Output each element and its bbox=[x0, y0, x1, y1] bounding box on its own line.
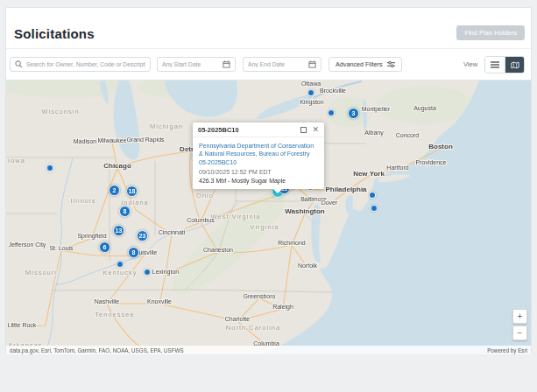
map-attribution: data.pa.gov, Esri, TomTom, Garmin, FAO, … bbox=[6, 346, 531, 354]
list-view-icon bbox=[491, 61, 499, 68]
view-toggle bbox=[484, 56, 525, 74]
popup-header: 05-2025BC10 ✕ bbox=[193, 122, 324, 137]
cluster-marker[interactable]: 6 bbox=[99, 242, 110, 253]
popup-title: 05-2025BC10 bbox=[198, 126, 300, 134]
zoom-out-button[interactable]: − bbox=[512, 326, 527, 340]
solicitations-page: { "page": { "title": "Solicitations" }, … bbox=[0, 0, 537, 392]
end-date-input[interactable] bbox=[248, 61, 305, 67]
zoom-control: + − bbox=[512, 309, 527, 340]
location-marker[interactable] bbox=[369, 192, 376, 199]
calendar-icon bbox=[308, 60, 316, 68]
cluster-marker[interactable]: 13 bbox=[113, 225, 124, 236]
map[interactable]: WisconsinMichiganIowaIllinoisIndianaOhio… bbox=[6, 80, 531, 354]
page-title: Solicitations bbox=[14, 26, 95, 41]
cluster-marker[interactable]: 23 bbox=[137, 230, 148, 242]
map-view-button[interactable] bbox=[505, 57, 524, 73]
cluster-marker[interactable]: 3 bbox=[348, 108, 359, 119]
marker-layer: 2188132368113 bbox=[6, 80, 531, 354]
solicitation-owner: Pennsylvania Department of Conservation … bbox=[199, 142, 318, 158]
popup-tail bbox=[273, 189, 282, 193]
solicitation-description: 426.3 Mbf - Mostly Sugar Maple bbox=[199, 178, 318, 184]
find-plan-holders-button[interactable]: Find Plan Holders bbox=[456, 25, 525, 40]
cluster-marker[interactable]: 8 bbox=[128, 247, 139, 258]
location-marker[interactable] bbox=[307, 89, 314, 96]
cluster-marker[interactable]: 8 bbox=[119, 206, 131, 217]
solicitations-panel: Solicitations Find Plan Holders Advanced… bbox=[5, 7, 532, 354]
search-input[interactable] bbox=[26, 61, 145, 67]
dock-icon[interactable] bbox=[300, 127, 307, 133]
app-header: Solicitations Find Plan Holders bbox=[6, 8, 531, 49]
calendar-icon bbox=[223, 60, 230, 68]
attribution-sources: data.pa.gov, Esri, TomTom, Garmin, FAO, … bbox=[10, 347, 184, 354]
start-date-input[interactable] bbox=[162, 61, 219, 67]
advanced-filters-label: Advanced Filters bbox=[336, 60, 383, 68]
solicitation-popup: 05-2025BC10 ✕ Pennsylvania Department of… bbox=[193, 122, 324, 189]
location-marker[interactable] bbox=[117, 261, 124, 268]
solicitation-timestamp: 09/10/2025 12:52 PM EDT bbox=[199, 169, 318, 175]
toolbar: Advanced Filters View bbox=[6, 49, 531, 80]
start-date-field[interactable] bbox=[157, 57, 236, 72]
location-marker[interactable] bbox=[46, 164, 53, 172]
filter-sliders-icon bbox=[387, 60, 395, 68]
location-marker[interactable] bbox=[371, 205, 378, 212]
advanced-filters-button[interactable]: Advanced Filters bbox=[329, 57, 402, 72]
search-icon bbox=[15, 60, 23, 68]
end-date-field[interactable] bbox=[243, 57, 321, 72]
search-field[interactable] bbox=[10, 57, 151, 72]
solicitation-link[interactable]: Pennsylvania Department of Conservation … bbox=[199, 142, 318, 166]
powered-by-esri: Powered by Esri bbox=[487, 347, 527, 354]
zoom-in-button[interactable]: + bbox=[512, 309, 527, 324]
location-marker[interactable] bbox=[328, 109, 335, 116]
solicitation-number: 05-2025BC10 bbox=[199, 158, 318, 166]
cluster-marker[interactable]: 18 bbox=[126, 186, 138, 197]
cluster-marker[interactable]: 2 bbox=[109, 185, 120, 196]
map-view-icon bbox=[511, 61, 519, 69]
popup-body: Pennsylvania Department of Conservation … bbox=[193, 137, 324, 189]
view-label: View bbox=[463, 60, 477, 68]
close-icon[interactable]: ✕ bbox=[312, 126, 319, 134]
location-marker[interactable] bbox=[144, 269, 151, 276]
list-view-button[interactable] bbox=[485, 57, 505, 73]
